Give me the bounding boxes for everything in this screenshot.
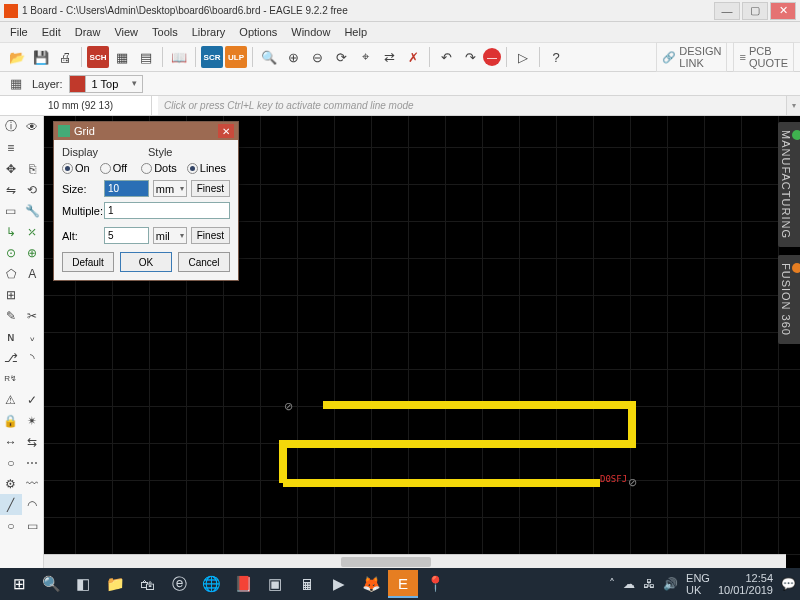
start-button[interactable]: ⊞ <box>4 570 34 598</box>
split-tool-icon[interactable]: ⎇ <box>0 347 22 368</box>
taskbar-firefox-icon[interactable]: 🦊 <box>356 570 386 598</box>
move-tool-icon[interactable]: ✥ <box>0 158 22 179</box>
taskbar-pdf-icon[interactable]: 📕 <box>228 570 258 598</box>
stop-icon[interactable]: — <box>483 48 501 66</box>
menu-tools[interactable]: Tools <box>146 24 184 40</box>
print-icon[interactable]: 🖨 <box>54 46 76 68</box>
alt-finest-button[interactable]: Finest <box>191 227 230 244</box>
taskbar-eagle-icon[interactable]: E <box>388 570 418 598</box>
taskbar-app-icon[interactable]: 📍 <box>420 570 450 598</box>
tray-up-icon[interactable]: ˄ <box>609 577 615 591</box>
tray-volume-icon[interactable]: 🔊 <box>663 577 678 591</box>
info-tool-icon[interactable]: ⓘ <box>0 116 22 137</box>
search-button[interactable]: 🔍 <box>36 570 66 598</box>
tray-clock[interactable]: 12:5410/01/2019 <box>718 572 773 596</box>
swap-icon[interactable]: ⇄ <box>378 46 400 68</box>
multiple-input[interactable] <box>104 202 230 219</box>
menu-window[interactable]: Window <box>285 24 336 40</box>
menu-help[interactable]: Help <box>338 24 373 40</box>
menu-edit[interactable]: Edit <box>36 24 67 40</box>
lock-tool-icon[interactable]: 🔒 <box>0 410 22 431</box>
change-tool-icon[interactable]: 🔧 <box>22 200 44 221</box>
text-tool-icon[interactable]: A <box>22 263 44 284</box>
taskbar-terminal-icon[interactable]: ▣ <box>260 570 290 598</box>
errors-tool-icon[interactable]: ✓ <box>22 389 44 410</box>
design-link-button[interactable]: 🔗DESIGN LINK <box>656 42 727 72</box>
group-tool-icon[interactable]: ▭ <box>0 200 22 221</box>
style-dots-radio[interactable] <box>141 163 152 174</box>
taskbar-media-icon[interactable]: ▶ <box>324 570 354 598</box>
signal-tool-icon[interactable]: ⊕ <box>22 242 44 263</box>
smash-tool-icon[interactable]: ✴ <box>22 410 44 431</box>
pinswap-tool-icon[interactable]: ⇆ <box>22 431 44 452</box>
redo-icon[interactable]: ↷ <box>459 46 481 68</box>
hole-tool-icon[interactable]: ○ <box>0 452 22 473</box>
sheet-icon[interactable]: ▤ <box>135 46 157 68</box>
fusion360-tab[interactable]: FUSION 360 <box>778 255 800 344</box>
tray-lang[interactable]: ENGUK <box>686 572 710 596</box>
pcb-quote-button[interactable]: ≡PCB QUOTE <box>733 42 794 72</box>
attribute-tool-icon[interactable]: ⋯ <box>22 452 44 473</box>
scr-button[interactable]: SCR <box>201 46 223 68</box>
alt-unit-select[interactable]: mil <box>153 227 187 244</box>
grid-toggle-icon[interactable]: ▦ <box>6 74 26 94</box>
delete-tool-icon[interactable]: ✂ <box>22 305 44 326</box>
size-unit-select[interactable]: mm <box>153 180 187 197</box>
arc-tool-icon[interactable]: ◠ <box>22 494 44 515</box>
miter-tool-icon[interactable]: ◝ <box>22 347 44 368</box>
help-icon[interactable]: ? <box>545 46 567 68</box>
style-lines-radio[interactable] <box>187 163 198 174</box>
library-icon[interactable]: 📖 <box>168 46 190 68</box>
value-tool-icon[interactable]: ᵥ <box>22 326 44 347</box>
close-button[interactable]: ✕ <box>770 2 796 20</box>
save-icon[interactable]: 💾 <box>30 46 52 68</box>
cancel-icon[interactable]: ✗ <box>402 46 424 68</box>
route-tool-icon[interactable]: ↳ <box>0 221 22 242</box>
command-history-dropdown[interactable]: ▾ <box>786 96 800 115</box>
menu-library[interactable]: Library <box>186 24 232 40</box>
cancel-button[interactable]: Cancel <box>178 252 230 272</box>
ripup-tool-icon[interactable]: ⤫ <box>22 221 44 242</box>
task-view-button[interactable]: ◧ <box>68 570 98 598</box>
menu-options[interactable]: Options <box>233 24 283 40</box>
menu-file[interactable]: File <box>4 24 34 40</box>
display-off-radio[interactable] <box>100 163 111 174</box>
menu-view[interactable]: View <box>108 24 144 40</box>
via-tool-icon[interactable]: ⊙ <box>0 242 22 263</box>
zoom-out-icon[interactable]: ⊖ <box>306 46 328 68</box>
copy-tool-icon[interactable]: ⎘ <box>22 158 44 179</box>
rect-tool-icon[interactable]: ▭ <box>22 515 44 536</box>
add-tool-icon[interactable]: ⊞ <box>0 284 22 305</box>
taskbar-store-icon[interactable]: 🛍 <box>132 570 162 598</box>
ulp-button[interactable]: ULP <box>225 46 247 68</box>
command-line[interactable]: Click or press Ctrl+L key to activate co… <box>158 96 786 115</box>
taskbar-chrome-icon[interactable]: 🌐 <box>196 570 226 598</box>
undo-icon[interactable]: ↶ <box>435 46 457 68</box>
polygon-tool-icon[interactable]: ⬠ <box>0 263 22 284</box>
alt-input[interactable] <box>104 227 149 244</box>
menu-draw[interactable]: Draw <box>69 24 107 40</box>
mirror-tool-icon[interactable]: ⇋ <box>0 179 22 200</box>
board-icon[interactable]: ▦ <box>111 46 133 68</box>
size-input[interactable] <box>104 180 149 197</box>
layers-tool-icon[interactable]: ≡ <box>0 137 22 158</box>
taskbar-calc-icon[interactable]: 🖩 <box>292 570 322 598</box>
sch-button[interactable]: SCH <box>87 46 109 68</box>
taskbar-explorer-icon[interactable]: 📁 <box>100 570 130 598</box>
ok-button[interactable]: OK <box>120 252 172 272</box>
maximize-button[interactable]: ▢ <box>742 2 768 20</box>
grid-dialog-close-button[interactable]: ✕ <box>218 124 234 138</box>
minimize-button[interactable]: — <box>714 2 740 20</box>
optimize-tool-icon[interactable]: ⚙ <box>0 473 22 494</box>
circle-tool-icon[interactable]: ○ <box>0 515 22 536</box>
tray-notifications-icon[interactable]: 💬 <box>781 577 796 591</box>
meander-tool-icon[interactable]: 〰 <box>22 473 44 494</box>
tray-cloud-icon[interactable]: ☁ <box>623 577 635 591</box>
zoom-select-icon[interactable]: ⌖ <box>354 46 376 68</box>
layer-select[interactable]: 1 Top <box>69 75 144 93</box>
open-icon[interactable]: 📂 <box>6 46 28 68</box>
display-on-radio[interactable] <box>62 163 73 174</box>
manufacturing-tab[interactable]: MANUFACTURING <box>778 122 800 247</box>
zoom-in-icon[interactable]: ⊕ <box>282 46 304 68</box>
drc-tool-icon[interactable]: ⚠ <box>0 389 22 410</box>
